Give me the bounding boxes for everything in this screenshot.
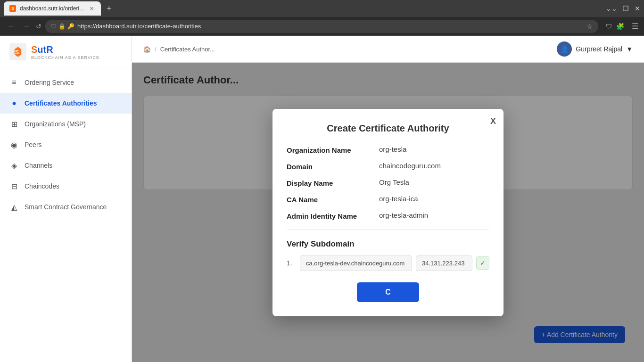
app-container: S SutR BLOCKCHAIN AS A SERVICE ≡ Orderin… <box>0 36 644 362</box>
tab-favicon: S <box>9 5 16 12</box>
main-content: 🏠 / Certificates Author... 👤 Gurpreet Ra… <box>132 36 644 362</box>
breadcrumb-home-icon[interactable]: 🏠 <box>143 46 151 53</box>
menu-button[interactable]: ☰ <box>632 22 638 31</box>
user-name: Gurpreet Rajpal <box>576 45 622 53</box>
sidebar-logo: S SutR BLOCKCHAIN AS A SERVICE <box>0 36 132 68</box>
logo-text-container: SutR BLOCKCHAIN AS A SERVICE <box>31 44 99 60</box>
verify-ip-field: 34.131.223.243 <box>416 255 472 271</box>
sidebar-nav: ≡ Ordering Service ● Certificates Author… <box>0 68 132 362</box>
forward-button[interactable]: → <box>21 20 32 33</box>
sidebar-label-certificates: Certificates Authorities <box>25 99 97 107</box>
verify-row: 1. ca.org-tesla-dev.chaincodeguru.com 34… <box>287 255 489 271</box>
modal-divider <box>287 230 489 230</box>
sidebar-label-channels: Channels <box>25 162 52 169</box>
url-domain: sutr.io <box>126 23 143 30</box>
window-controls: ⌄⌄ ❐ ✕ <box>606 5 640 12</box>
sidebar-item-certificates-authorities[interactable]: ● Certificates Authorities <box>0 93 132 114</box>
peers-icon: ◉ <box>9 140 19 149</box>
user-menu[interactable]: 👤 Gurpreet Rajpal ▼ <box>557 41 633 57</box>
field-row-admin-identity: Admin Identity Name org-tesla-admin <box>287 211 489 220</box>
key-icon: 🔑 <box>67 23 74 30</box>
url-prefix: https://dashboard. <box>77 23 126 30</box>
modal-overlay: Create Certificate Authority X Organizat… <box>132 63 644 362</box>
user-dropdown-icon: ▼ <box>626 45 633 53</box>
org-name-label: Organization Name <box>287 145 372 154</box>
org-name-value: org-tesla <box>379 145 406 153</box>
logo-subtitle: BLOCKCHAIN AS A SERVICE <box>31 55 99 60</box>
modal-close-button[interactable]: X <box>490 116 496 126</box>
admin-identity-value: org-tesla-admin <box>379 211 428 219</box>
field-row-ca-name: CA Name org-tesla-ica <box>287 195 489 204</box>
sidebar-label-peers: Peers <box>25 141 42 148</box>
sidebar-item-organizations[interactable]: ⊞ Organizations (MSP) <box>0 114 132 134</box>
ca-name-label: CA Name <box>287 195 372 204</box>
field-row-display-name: Display Name Org Tesla <box>287 178 489 187</box>
sidebar: S SutR BLOCKCHAIN AS A SERVICE ≡ Orderin… <box>0 36 132 362</box>
logo-s: S <box>31 44 37 55</box>
security-icons: 🛡 🔒 🔑 <box>51 23 74 30</box>
breadcrumb: 🏠 / Certificates Author... <box>143 46 215 53</box>
breadcrumb-separator: / <box>155 46 157 53</box>
modal-title: Create Certificate Authority <box>287 123 489 134</box>
display-name-value: Org Tesla <box>379 178 409 186</box>
bookmark-icon[interactable]: ☆ <box>586 23 593 30</box>
browser-extensions: 🛡 🧩 <box>602 23 628 30</box>
domain-value: chaincodeguru.com <box>379 162 441 170</box>
new-tab-button[interactable]: + <box>103 4 116 14</box>
shield-ext-icon: 🛡 <box>606 23 612 30</box>
svg-text:S: S <box>15 49 19 56</box>
restore-btn[interactable]: ❐ <box>623 5 629 12</box>
tab-bar: S dashboard.sutr.io/orderi... ✕ + ⌄⌄ ❐ ✕ <box>0 0 644 17</box>
address-bar: ← → ↺ 🛡 🔒 🔑 https://dashboard.sutr.io/ce… <box>0 17 644 36</box>
tab-close-btn[interactable]: ✕ <box>88 5 95 12</box>
url-path: /certificate-authorities <box>143 23 201 30</box>
sidebar-label-organizations: Organizations (MSP) <box>25 120 86 128</box>
ordering-service-icon: ≡ <box>9 78 19 87</box>
modal-footer: C <box>287 282 489 302</box>
url-display: https://dashboard.sutr.io/certificate-au… <box>77 23 201 30</box>
header-bar: 🏠 / Certificates Author... 👤 Gurpreet Ra… <box>132 36 644 63</box>
shield-icon: 🛡 <box>51 23 57 30</box>
domain-label: Domain <box>287 162 372 171</box>
sidebar-label-chaincodes: Chaincodes <box>25 182 59 190</box>
field-row-domain: Domain chaincodeguru.com <box>287 162 489 171</box>
browser-tab[interactable]: S dashboard.sutr.io/orderi... ✕ <box>4 1 101 16</box>
browser-window: S dashboard.sutr.io/orderi... ✕ + ⌄⌄ ❐ ✕… <box>0 0 644 362</box>
sidebar-label-smart-contract: Smart Contract Governance <box>25 203 107 211</box>
user-avatar: 👤 <box>557 41 572 57</box>
display-name-label: Display Name <box>287 178 372 187</box>
sidebar-item-ordering-service[interactable]: ≡ Ordering Service <box>0 72 132 93</box>
breadcrumb-current: Certificates Author... <box>160 46 215 53</box>
field-row-org-name: Organization Name org-tesla <box>287 145 489 154</box>
verify-domain-field: ca.org-tesla-dev.chaincodeguru.com <box>300 255 412 271</box>
logo-svg: S <box>9 43 26 60</box>
certificates-icon: ● <box>9 99 19 108</box>
create-ca-modal: Create Certificate Authority X Organizat… <box>272 109 504 316</box>
verify-check-icon: ✓ <box>476 256 489 270</box>
minimize-btn[interactable]: ⌄⌄ <box>606 5 617 12</box>
sidebar-item-smart-contract[interactable]: ◭ Smart Contract Governance <box>0 197 132 217</box>
create-button[interactable]: C <box>357 282 419 302</box>
lock-icon: 🔒 <box>58 23 66 30</box>
page-content: Certificate Author... + Add Certificate … <box>132 63 644 362</box>
puzzle-icon: 🧩 <box>616 23 624 30</box>
smart-contract-icon: ◭ <box>9 202 19 212</box>
reload-button[interactable]: ↺ <box>36 23 41 30</box>
sidebar-item-chaincodes[interactable]: ⊟ Chaincodes <box>0 176 132 197</box>
admin-identity-label: Admin Identity Name <box>287 211 372 220</box>
address-input[interactable]: 🛡 🔒 🔑 https://dashboard.sutr.io/certific… <box>45 20 598 33</box>
ca-name-value: org-tesla-ica <box>379 195 418 203</box>
close-btn[interactable]: ✕ <box>635 5 640 12</box>
tab-title: dashboard.sutr.io/orderi... <box>20 5 84 12</box>
organizations-icon: ⊞ <box>9 119 19 129</box>
channels-icon: ◈ <box>9 161 19 170</box>
sidebar-item-channels[interactable]: ◈ Channels <box>0 155 132 176</box>
verify-section-title: Verify Subdomain <box>287 239 489 249</box>
back-button[interactable]: ← <box>6 20 17 33</box>
sidebar-label-ordering: Ordering Service <box>25 79 74 86</box>
chaincodes-icon: ⊟ <box>9 181 19 191</box>
logo-utr: utR <box>37 44 53 55</box>
verify-row-num: 1. <box>287 259 296 267</box>
sidebar-item-peers[interactable]: ◉ Peers <box>0 134 132 155</box>
